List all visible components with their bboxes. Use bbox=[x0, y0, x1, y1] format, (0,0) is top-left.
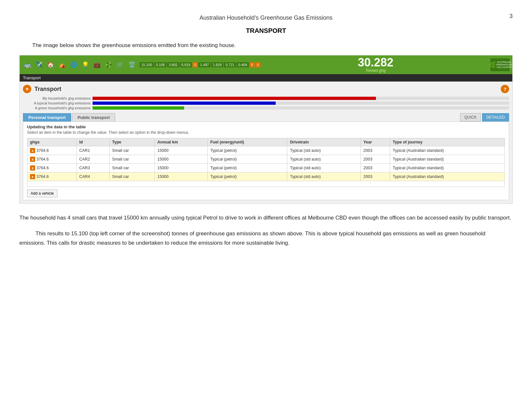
table-row: x3764.6 CAR4 Small car 15000 Typical (pe… bbox=[27, 172, 505, 181]
cell-year-3[interactable]: 2003 bbox=[361, 172, 390, 181]
topbar-center: 30.282 Tonnes ghg bbox=[263, 57, 488, 73]
tab-row: Personal transport Public transport QUIC… bbox=[23, 113, 509, 122]
ghg-value: 30.282 bbox=[263, 57, 488, 68]
emission-label-2: A green household's ghg emissions bbox=[26, 106, 91, 110]
cell-fuel-1[interactable]: Typical (petrol) bbox=[208, 155, 287, 164]
cell-journey-3[interactable]: Typical (Australian standard) bbox=[390, 172, 505, 181]
num-6[interactable]: 1.829 bbox=[211, 62, 224, 67]
cell-km-2[interactable]: 15000 bbox=[154, 164, 207, 172]
num-0[interactable]: 15.100 bbox=[140, 62, 154, 67]
topbar-icons: 🚌 ✈️ 🏠 ⛺ 🌀 💡 💼 ♻️ 🛒 🗑️ bbox=[22, 60, 137, 70]
screenshot-container: 🚌 ✈️ 🏠 ⛺ 🌀 💡 💼 ♻️ 🛒 🗑️ 15.100 0.106 3.80… bbox=[19, 55, 513, 204]
emission-row-2: A green household's ghg emissions bbox=[26, 106, 509, 110]
num-3[interactable]: 6.818 bbox=[180, 62, 192, 67]
emission-bar-2 bbox=[93, 106, 184, 110]
tent-icon[interactable]: ⛺ bbox=[57, 60, 67, 70]
bulb-icon[interactable]: 💡 bbox=[80, 60, 91, 70]
num-7[interactable]: 0.721 bbox=[224, 62, 236, 67]
app-topbar: 🚌 ✈️ 🏠 ⛺ 🌀 💡 💼 ♻️ 🛒 🗑️ 15.100 0.106 3.80… bbox=[20, 55, 512, 74]
cell-km-0[interactable]: 15000 bbox=[154, 146, 207, 155]
expand-button[interactable]: + bbox=[23, 85, 31, 93]
cell-year-0[interactable]: 2003 bbox=[361, 146, 390, 155]
cell-drivetrain-2[interactable]: Typical (std auto) bbox=[287, 164, 361, 172]
cell-id-1[interactable]: CAR2 bbox=[76, 155, 109, 164]
cell-year-2[interactable]: 2003 bbox=[361, 164, 390, 172]
emission-bar-1 bbox=[93, 102, 276, 105]
add-vehicle-button[interactable]: Add a vehicle bbox=[27, 190, 57, 197]
cell-drivetrain-0[interactable]: Typical (std auto) bbox=[287, 146, 361, 155]
col-fuel: Fuel (energy/unit) bbox=[208, 138, 287, 146]
cell-ghgs-3: x3764.6 bbox=[27, 172, 77, 181]
num-10[interactable]: 0 bbox=[255, 62, 261, 67]
tab-right-buttons: QUICK DETAILED bbox=[460, 113, 509, 122]
cell-drivetrain-3[interactable]: Typical (std auto) bbox=[287, 172, 361, 181]
tab-personal-transport[interactable]: Personal transport bbox=[23, 113, 71, 122]
cell-drivetrain-1[interactable]: Typical (std auto) bbox=[287, 155, 361, 164]
num-4[interactable]: 0 bbox=[192, 62, 198, 67]
section-heading: TRANSPORT bbox=[19, 27, 513, 34]
emission-bar-container-0 bbox=[93, 97, 509, 100]
page-title: Australian Household's Greenhouse Gas Em… bbox=[29, 13, 503, 21]
briefcase-icon[interactable]: 💼 bbox=[92, 60, 102, 70]
section-header-bar: + Transport ? bbox=[23, 85, 509, 93]
bus-icon[interactable]: 🚌 bbox=[22, 60, 33, 70]
data-table: ghgs Id Type Annual km Fuel (energy/unit… bbox=[27, 138, 505, 187]
num-9[interactable]: 0 bbox=[250, 62, 255, 67]
cell-id-0[interactable]: CAR1 bbox=[76, 146, 109, 155]
cell-ghgs-1: x3764.6 bbox=[27, 155, 77, 164]
tab-public-transport[interactable]: Public transport bbox=[72, 113, 115, 122]
cell-fuel-2[interactable]: Typical (petrol) bbox=[208, 164, 287, 172]
emission-row-1: A typical household's ghg emissions bbox=[26, 101, 509, 105]
page-header: Australian Household's Greenhouse Gas Em… bbox=[19, 13, 513, 21]
num-8[interactable]: 0.409 bbox=[237, 62, 249, 67]
table-section: Updating the data in the table Select an… bbox=[23, 122, 509, 200]
table-row: x3764.6 CAR1 Small car 15000 Typical (pe… bbox=[27, 146, 505, 155]
body-paragraph-2: This results to 15.100 (top left corner … bbox=[19, 229, 513, 248]
washer-icon[interactable]: 🌀 bbox=[69, 60, 79, 70]
cell-km-1[interactable]: 15000 bbox=[154, 155, 207, 164]
col-id: Id bbox=[76, 138, 109, 146]
cell-id-2[interactable]: CAR3 bbox=[76, 164, 109, 172]
remove-row-3-button[interactable]: x bbox=[30, 174, 35, 179]
table-instructions-desc: Select an item in the table to change th… bbox=[27, 130, 505, 135]
home-icon[interactable]: 🏠 bbox=[45, 60, 56, 70]
cell-journey-1[interactable]: Typical (Australian standard) bbox=[390, 155, 505, 164]
remove-row-2-button[interactable]: x bbox=[30, 165, 35, 171]
remove-row-0-button[interactable]: x bbox=[30, 148, 35, 153]
remove-row-1-button[interactable]: x bbox=[30, 157, 35, 162]
plane-icon[interactable]: ✈️ bbox=[34, 60, 44, 70]
cell-type-1[interactable]: Small car bbox=[109, 155, 154, 164]
cell-fuel-0[interactable]: Typical (petrol) bbox=[208, 146, 287, 155]
page-number: 3 bbox=[503, 13, 513, 20]
ghg-label: Tonnes ghg bbox=[263, 68, 488, 73]
num-5[interactable]: 1.497 bbox=[198, 62, 211, 67]
cart-icon[interactable]: 🛒 bbox=[115, 60, 125, 70]
cell-journey-0[interactable]: Typical (Australian standard) bbox=[390, 146, 505, 155]
cell-journey-2[interactable]: Typical (Australian standard) bbox=[390, 164, 505, 172]
cell-type-0[interactable]: Small car bbox=[109, 146, 154, 155]
cell-ghgs-2: x3764.6 bbox=[27, 164, 77, 172]
cell-fuel-3[interactable]: Typical (petrol) bbox=[208, 172, 287, 181]
col-year: Year bbox=[361, 138, 390, 146]
detailed-button[interactable]: DETAILED bbox=[482, 113, 509, 122]
cell-km-3[interactable]: 15000 bbox=[154, 172, 207, 181]
body-paragraph-1: The household has 4 small cars that trav… bbox=[19, 213, 513, 223]
emission-bar-container-1 bbox=[93, 102, 509, 105]
cell-type-3[interactable]: Small car bbox=[109, 172, 154, 181]
num-1[interactable]: 0.106 bbox=[154, 62, 167, 67]
app-navbar: Transport bbox=[20, 74, 512, 82]
recycle-icon[interactable]: ♻️ bbox=[103, 60, 114, 70]
app-content: + Transport ? My household's ghg emissio… bbox=[20, 82, 512, 203]
emission-bar-container-2 bbox=[93, 106, 509, 110]
cell-year-1[interactable]: 2003 bbox=[361, 155, 390, 164]
cell-id-3[interactable]: CAR4 bbox=[76, 172, 109, 181]
trash-icon[interactable]: 🗑️ bbox=[127, 60, 137, 70]
num-2[interactable]: 3.802 bbox=[167, 62, 180, 67]
table-instructions-title: Updating the data in the table bbox=[27, 124, 505, 129]
topbar-numbers: 15.100 0.106 3.802 6.818 0 1.497 1.829 0… bbox=[140, 62, 261, 67]
cell-type-2[interactable]: Small car bbox=[109, 164, 154, 172]
quick-button[interactable]: QUICK bbox=[460, 113, 481, 122]
col-annual-km: Annual km bbox=[154, 138, 207, 146]
help-button[interactable]: ? bbox=[501, 85, 509, 93]
empty-row bbox=[27, 181, 505, 187]
